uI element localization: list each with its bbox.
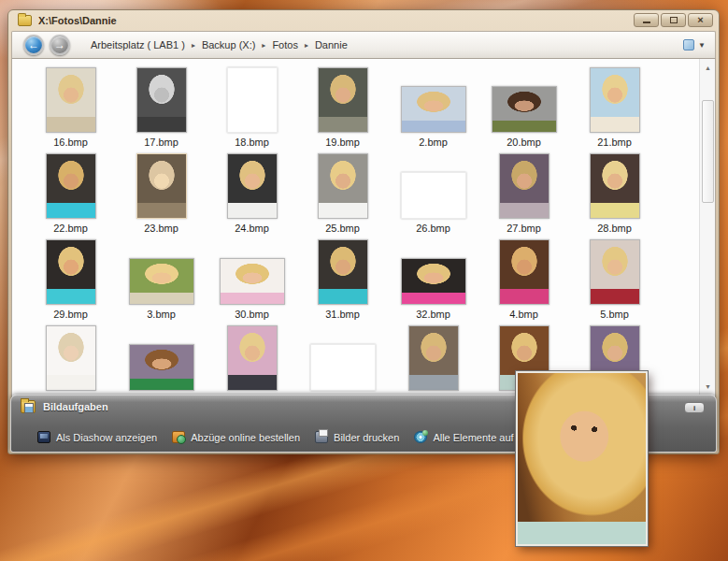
photo-thumbnail[interactable] (227, 325, 278, 391)
maximize-button[interactable] (661, 13, 686, 27)
photo-thumbnail[interactable] (220, 258, 285, 305)
file-name: 22.bmp (53, 223, 88, 235)
file-name: 2.bmp (419, 137, 448, 149)
photo-thumbnail[interactable] (499, 153, 550, 219)
file-name: 32.bmp (416, 309, 450, 321)
file-item[interactable]: 21.bmp (569, 65, 660, 151)
breadcrumb-item-fotos[interactable]: Fotos (268, 37, 302, 52)
file-name: 31.bmp (325, 309, 360, 321)
back-button[interactable]: ← (23, 35, 44, 55)
file-name: 17.bmp (144, 137, 178, 149)
file-item[interactable]: 26.bmp (388, 151, 478, 237)
file-item[interactable]: 29.bmp (25, 237, 116, 323)
panel-info-button[interactable]: i (684, 402, 705, 413)
photo-thumbnail[interactable] (590, 153, 640, 219)
breadcrumb-item-backup[interactable]: Backup (X:) (198, 37, 259, 52)
photo-thumbnail[interactable] (401, 172, 466, 219)
file-item[interactable]: 18.bmp (207, 65, 297, 151)
file-item[interactable]: 19.bmp (297, 65, 388, 151)
title-bar[interactable]: X:\Fotos\Dannie × (8, 10, 719, 31)
photo-thumbnail[interactable] (46, 153, 96, 219)
close-button[interactable]: × (688, 13, 713, 27)
photo-thumbnail[interactable] (46, 67, 96, 133)
file-name: 4.bmp (509, 309, 538, 321)
photo-thumbnail[interactable] (129, 344, 194, 391)
file-item[interactable]: 2.bmp (388, 65, 478, 151)
task-label: Bilder drucken (334, 432, 399, 443)
file-item[interactable]: 25.bmp (297, 151, 388, 237)
task-slideshow[interactable]: Als Diashow anzeigen (37, 431, 157, 443)
task-label: Als Diashow anzeigen (56, 432, 157, 443)
file-item[interactable]: 24.bmp (207, 151, 297, 237)
picture-tasks-icon (21, 400, 36, 413)
chevron-down-icon: ▼ (698, 41, 706, 50)
file-name: 16.bmp (53, 137, 88, 149)
file-item[interactable]: 17.bmp (116, 65, 207, 151)
file-item[interactable]: 28.bmp (569, 151, 660, 237)
scroll-down-icon[interactable]: ▼ (700, 380, 716, 394)
file-name: 24.bmp (235, 223, 269, 235)
breadcrumb-item-dannie[interactable]: Dannie (311, 37, 351, 52)
file-item[interactable]: 27.bmp (478, 151, 569, 237)
breadcrumb-separator-icon: ▸ (259, 41, 268, 50)
forward-arrow-icon: → (54, 39, 65, 50)
photo-thumbnail[interactable] (46, 239, 96, 305)
photo-thumbnail[interactable] (318, 153, 368, 219)
breadcrumb-separator-icon: ▸ (302, 41, 311, 50)
file-item[interactable]: 5.bmp (569, 237, 660, 323)
copy-to-cd-icon (414, 431, 427, 443)
task-order-prints[interactable]: Abzüge online bestellen (172, 431, 300, 443)
photo-thumbnail[interactable] (499, 239, 550, 305)
photo-thumbnail[interactable] (401, 258, 466, 305)
photo-thumbnail[interactable] (227, 67, 278, 133)
file-item[interactable]: 22.bmp (25, 151, 116, 237)
views-icon (683, 39, 694, 50)
scroll-up-icon[interactable]: ▲ (700, 61, 716, 75)
file-name: 27.bmp (507, 223, 541, 235)
file-name: 25.bmp (325, 223, 360, 235)
task-label: Abzüge online bestellen (191, 432, 300, 443)
info-icon: i (693, 404, 695, 412)
photo-thumbnail[interactable] (129, 258, 194, 305)
task-list: Als Diashow anzeigen Abzüge online beste… (37, 431, 574, 443)
slideshow-icon (37, 431, 50, 443)
file-item[interactable]: 23.bmp (116, 151, 207, 237)
file-item[interactable]: 30.bmp (207, 237, 297, 323)
vertical-scrollbar[interactable]: ▲ ▼ (699, 59, 715, 396)
file-name: 23.bmp (144, 223, 178, 235)
photo-thumbnail[interactable] (401, 86, 466, 133)
task-print-pictures[interactable]: Bilder drucken (315, 431, 399, 443)
photo-thumbnail[interactable] (136, 67, 187, 133)
breadcrumb-separator-icon: ▸ (189, 41, 198, 50)
photo-thumbnail[interactable] (318, 67, 368, 133)
photo-thumbnail[interactable] (590, 239, 640, 305)
minimize-button[interactable] (634, 13, 659, 27)
file-item[interactable]: 20.bmp (478, 65, 569, 151)
file-name: 30.bmp (235, 309, 269, 321)
desktop: { "window": { "title": "X:\\Fotos\\Danni… (0, 0, 728, 561)
scrollbar-thumb[interactable] (702, 100, 714, 203)
photo-thumbnail[interactable] (492, 86, 557, 133)
file-grid: 16.bmp17.bmp18.bmp19.bmp2.bmp20.bmp21.bm… (25, 65, 660, 409)
file-name: 20.bmp (507, 137, 541, 149)
file-item[interactable]: 3.bmp (116, 237, 207, 323)
minimize-icon (643, 22, 650, 23)
photo-thumbnail[interactable] (46, 325, 96, 391)
navigation-toolbar: ← → Arbeitsplatz ( LAB1 ) ▸ Backup (X:) … (11, 31, 716, 59)
photo-thumbnail[interactable] (408, 325, 459, 391)
breadcrumb-item-arbeitsplatz[interactable]: Arbeitsplatz ( LAB1 ) (87, 37, 189, 52)
file-item[interactable]: 31.bmp (297, 237, 388, 323)
views-button[interactable]: ▼ (683, 39, 706, 50)
photo-thumbnail[interactable] (136, 153, 187, 219)
file-item[interactable]: 4.bmp (478, 237, 569, 323)
photo-thumbnail[interactable] (227, 153, 278, 219)
photo-thumbnail[interactable] (318, 239, 368, 305)
photo-thumbnail[interactable] (310, 344, 376, 391)
back-arrow-icon: ← (28, 39, 39, 50)
photo-thumbnail[interactable] (590, 67, 640, 133)
forward-button[interactable]: → (50, 35, 70, 55)
breadcrumb: Arbeitsplatz ( LAB1 ) ▸ Backup (X:) ▸ Fo… (87, 37, 351, 52)
file-item[interactable]: 16.bmp (25, 65, 116, 151)
photo-preview-popup[interactable] (516, 371, 648, 546)
file-item[interactable]: 32.bmp (388, 237, 478, 323)
